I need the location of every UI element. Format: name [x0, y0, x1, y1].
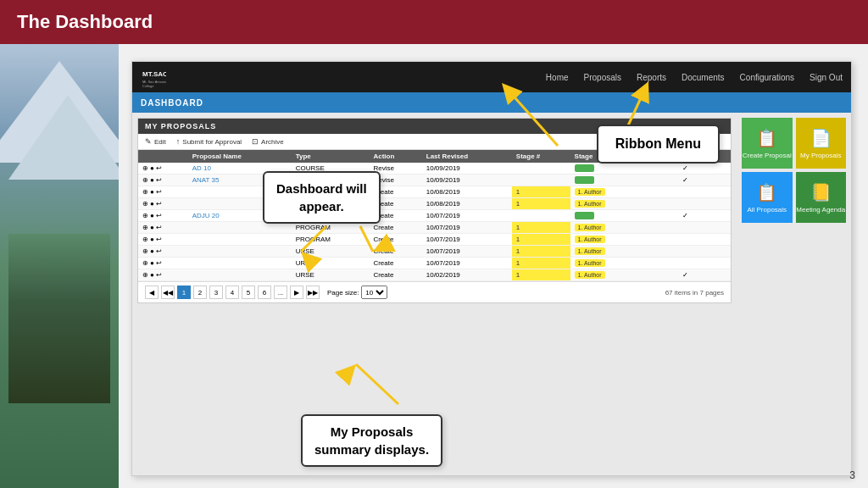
- row-revised: 10/09/2019: [422, 175, 512, 186]
- tile-my-proposals[interactable]: 📄 My Proposals: [796, 118, 847, 169]
- row-action: Create: [369, 246, 421, 258]
- row-action: Create: [369, 258, 421, 269]
- row-stage-num: 1: [512, 186, 570, 198]
- row-stage: 1. Author: [570, 269, 640, 281]
- page-ellipsis: ...: [274, 286, 287, 299]
- row-actions: ⊕ ● ↩: [138, 234, 188, 246]
- row-revised: 10/09/2019: [422, 163, 512, 175]
- my-proposals-callout-text: My Proposalssummary displays.: [314, 424, 429, 457]
- row-stage: [570, 175, 640, 186]
- proposals-table: Proposal Name Type Action Last Revised S…: [138, 150, 731, 281]
- page-4[interactable]: 4: [225, 286, 239, 299]
- tile-all-proposals[interactable]: 📋 All Proposals: [742, 172, 793, 223]
- row-actions: ⊕ ● ↩: [138, 186, 188, 198]
- tile-create-proposal[interactable]: 📋 Create Proposal: [742, 118, 793, 169]
- svg-text:MT.SAC: MT.SAC: [142, 70, 166, 78]
- col-name: Proposal Name: [188, 150, 292, 163]
- row-stage-num: 1: [512, 198, 570, 210]
- row-action: Create: [369, 234, 421, 246]
- nav-configurations[interactable]: Configurations: [740, 73, 794, 82]
- app-subheader: DASHBOARD: [132, 92, 851, 113]
- row-stage: 1. Author: [570, 234, 640, 246]
- row-suppl: ✓: [640, 269, 731, 281]
- row-type: PROGRAM: [292, 234, 370, 246]
- row-actions: ⊕ ● ↩: [138, 258, 188, 269]
- archive-button[interactable]: ⊡ Archive: [252, 137, 284, 146]
- nav-proposals[interactable]: Proposals: [584, 73, 621, 82]
- first-page[interactable]: ◀◀: [161, 286, 175, 299]
- nav-reports[interactable]: Reports: [637, 73, 666, 82]
- table-row: ⊕ ● ↩ COURSECreate10/08/201911. Author: [138, 186, 731, 198]
- archive-icon: ⊡: [252, 137, 259, 146]
- next-page[interactable]: ▶: [290, 286, 303, 299]
- dashboard-callout-text: Dashboard willappear.: [276, 181, 367, 214]
- my-proposals-icon: 📄: [810, 128, 832, 148]
- row-stage-num: [512, 163, 570, 175]
- row-actions: ⊕ ● ↩: [138, 210, 188, 222]
- row-action: Create: [369, 269, 421, 281]
- row-proposal-name: [188, 258, 292, 269]
- row-suppl: [640, 198, 731, 210]
- last-page[interactable]: ▶▶: [306, 286, 320, 299]
- col-type: Type: [292, 150, 370, 163]
- title-bar: The Dashboard: [0, 0, 868, 44]
- svg-text:College: College: [142, 84, 154, 88]
- table-row: ⊕ ● ↩ URSECreate10/07/201911. Author: [138, 258, 731, 269]
- all-proposals-icon: 📋: [756, 182, 777, 202]
- page-1[interactable]: 1: [177, 286, 191, 299]
- page-5[interactable]: 5: [242, 286, 255, 299]
- row-stage-num: 1: [512, 258, 570, 269]
- app-nav-links: Home Proposals Reports Documents Configu…: [546, 73, 843, 82]
- create-proposal-icon: 📋: [756, 128, 777, 148]
- my-proposals-callout: My Proposalssummary displays.: [301, 414, 442, 467]
- row-stage-num: 1: [512, 246, 570, 258]
- tiles-grid: 📋 Create Proposal 📄 My Proposals 📋 All P…: [742, 118, 846, 223]
- col-actions: [138, 150, 188, 163]
- row-actions: ⊕ ● ↩: [138, 246, 188, 258]
- row-proposal-name: [188, 246, 292, 258]
- pagination-left: ◀ ◀◀ 1 2 3 4 5 6 ... ▶ ▶▶: [145, 286, 387, 299]
- table-row: ⊕ ● ↩ AD 10COURSERevise10/09/2019 ✓: [138, 163, 731, 175]
- row-actions: ⊕ ● ↩: [138, 163, 188, 175]
- nav-home[interactable]: Home: [546, 73, 569, 82]
- page-number: 3: [849, 469, 855, 481]
- row-suppl: [640, 258, 731, 269]
- subheader-title: DASHBOARD: [141, 98, 203, 108]
- row-stage: [570, 210, 640, 222]
- meeting-agenda-label: Meeting Agenda: [796, 206, 845, 214]
- page-3[interactable]: 3: [209, 286, 223, 299]
- row-suppl: [640, 222, 731, 234]
- tile-meeting-agenda[interactable]: 📒 Meeting Agenda: [796, 172, 847, 223]
- edit-button[interactable]: ✎ Edit: [145, 137, 166, 146]
- row-stage: 1. Author: [570, 222, 640, 234]
- edit-icon: ✎: [145, 137, 152, 146]
- table-row: ⊕ ● ↩ ANAT 35COURSERevise10/09/2019 ✓: [138, 175, 731, 186]
- page-size-select[interactable]: 10: [361, 286, 387, 299]
- page-2[interactable]: 2: [193, 286, 207, 299]
- row-suppl: ✓: [640, 163, 731, 175]
- slide-title: The Dashboard: [17, 11, 153, 33]
- row-revised: 10/02/2019: [422, 269, 512, 281]
- meeting-agenda-icon: 📒: [810, 182, 832, 202]
- app-mockup: MT.SAC Mt. San Antonio College Home Prop…: [131, 61, 852, 476]
- page-6[interactable]: 6: [258, 286, 271, 299]
- submit-icon: ↑: [176, 137, 181, 146]
- nav-signout[interactable]: Sign Out: [810, 73, 843, 82]
- row-stage: 1. Author: [570, 186, 640, 198]
- table-row: ⊕ ● ↩ PROGRAMCreate10/07/201911. Author: [138, 234, 731, 246]
- nav-documents[interactable]: Documents: [682, 73, 725, 82]
- prev-page[interactable]: ◀: [145, 286, 159, 299]
- row-revised: 10/07/2019: [422, 246, 512, 258]
- table-row: ⊕ ● ↩ URSECreate10/07/201911. Author: [138, 246, 731, 258]
- row-revised: 10/07/2019: [422, 234, 512, 246]
- row-suppl: [640, 246, 731, 258]
- app-logo: MT.SAC Mt. San Antonio College: [141, 64, 166, 90]
- row-proposal-name: [188, 269, 292, 281]
- table-row: ⊕ ● ↩ ADJU 20COURSECreate10/07/2019 ✓: [138, 210, 731, 222]
- row-revised: 10/07/2019: [422, 210, 512, 222]
- row-actions: ⊕ ● ↩: [138, 269, 188, 281]
- table-row: ⊕ ● ↩ COURSECreate10/08/201911. Author: [138, 198, 731, 210]
- all-proposals-label: All Proposals: [747, 206, 787, 214]
- row-type: URSE: [292, 269, 370, 281]
- submit-approval-button[interactable]: ↑ Submit for Approval: [176, 137, 242, 146]
